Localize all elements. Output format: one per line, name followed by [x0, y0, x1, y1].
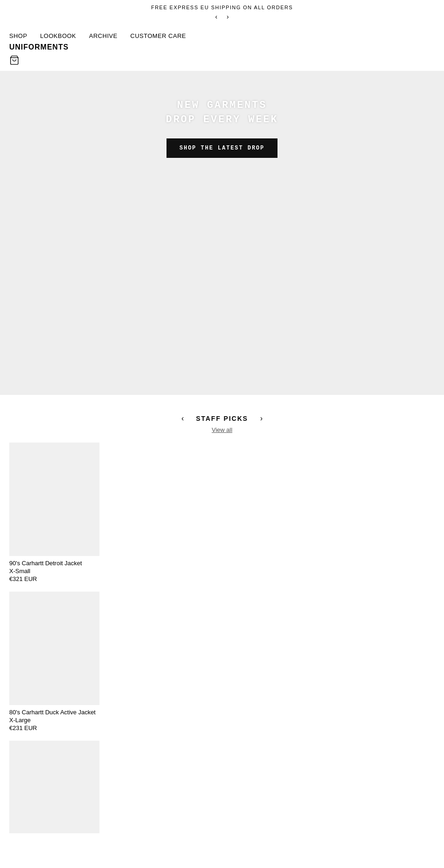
product-size: X-Small	[9, 568, 99, 575]
product-item[interactable]: 80's Carhartt Duck Active Jacket X-Large…	[9, 592, 99, 731]
banner-text: FREE EXPRESS EU SHIPPING ON ALL ORDERS	[0, 5, 444, 10]
banner-prev-button[interactable]: ‹	[213, 12, 219, 21]
cart-icon-wrapper[interactable]	[0, 51, 444, 71]
product-item[interactable]	[9, 741, 99, 837]
brand-logo[interactable]: UNIFORMENTS	[0, 43, 444, 51]
nav-item-customer-care[interactable]: CUSTOMER CARE	[130, 32, 186, 39]
staff-picks-header: ‹ STAFF PICKS ›	[9, 413, 435, 424]
staff-picks-next-button[interactable]: ›	[257, 413, 265, 424]
staff-picks-prev-button[interactable]: ‹	[179, 413, 186, 424]
staff-picks-section: ‹ STAFF PICKS › View all 90's Carhartt D…	[0, 395, 444, 846]
top-banner: FREE EXPRESS EU SHIPPING ON ALL ORDERS ‹…	[0, 0, 444, 26]
nav-item-shop[interactable]: SHOP	[9, 32, 27, 39]
hero-section: NEW GARMENTS DROP EVERY WEEK SHOP THE LA…	[0, 71, 444, 395]
nav-item-lookbook[interactable]: LOOKBOOK	[40, 32, 76, 39]
view-all-link[interactable]: View all	[9, 426, 435, 433]
staff-picks-title: STAFF PICKS	[196, 415, 248, 422]
product-size: X-Large	[9, 717, 99, 724]
product-image	[9, 443, 99, 556]
hero-tagline-line1: NEW GARMENTS	[166, 99, 278, 113]
main-navigation: SHOP LOOKBOOK ARCHIVE CUSTOMER CARE UNIF…	[0, 26, 444, 51]
product-price: €321 EUR	[9, 575, 99, 582]
banner-next-button[interactable]: ›	[225, 12, 231, 21]
nav-links: SHOP LOOKBOOK ARCHIVE CUSTOMER CARE	[9, 32, 186, 39]
hero-text-block: NEW GARMENTS DROP EVERY WEEK	[166, 99, 278, 127]
hero-cta-button[interactable]: SHOP THE LATEST DROP	[166, 138, 278, 158]
product-name: 80's Carhartt Duck Active Jacket	[9, 709, 99, 716]
hero-tagline-line2: DROP EVERY WEEK	[166, 113, 278, 127]
cart-icon[interactable]	[9, 55, 19, 65]
product-item[interactable]: 90's Carhartt Detroit Jacket X-Small €32…	[9, 443, 99, 582]
product-image	[9, 741, 99, 833]
product-list: 90's Carhartt Detroit Jacket X-Small €32…	[9, 443, 435, 837]
product-name: 90's Carhartt Detroit Jacket	[9, 560, 99, 567]
product-price: €231 EUR	[9, 724, 99, 731]
product-image	[9, 592, 99, 705]
banner-navigation: ‹ ›	[0, 10, 444, 24]
nav-bar: SHOP LOOKBOOK ARCHIVE CUSTOMER CARE	[0, 26, 444, 42]
nav-item-archive[interactable]: ARCHIVE	[89, 32, 117, 39]
